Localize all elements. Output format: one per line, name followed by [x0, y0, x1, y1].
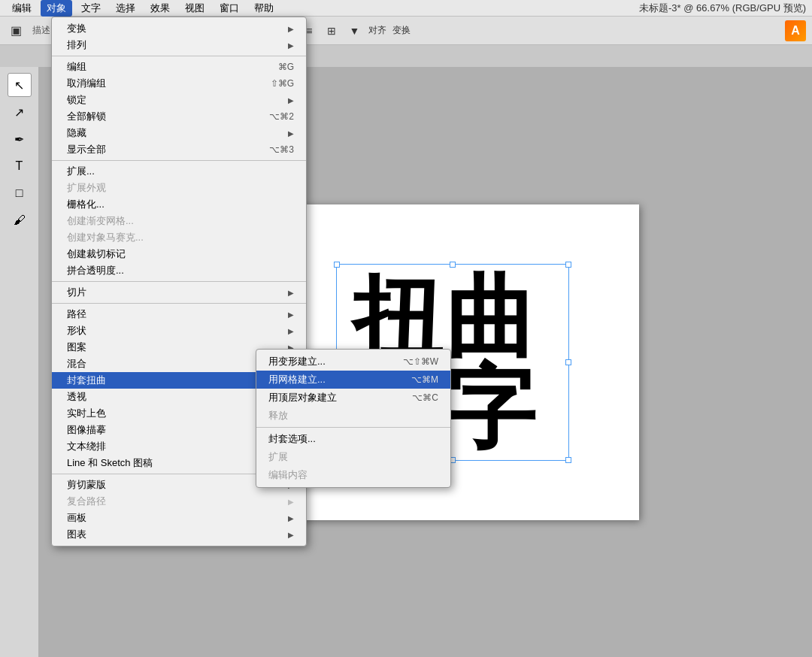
menu-lock-label: 锁定: [67, 93, 86, 107]
expand-icon[interactable]: ▼: [346, 23, 362, 39]
menu-blend-label: 混合: [67, 357, 86, 371]
menu-compound-path-arrow: ▶: [288, 498, 294, 506]
menu-image-trace-label: 图像描摹: [67, 423, 106, 437]
menubar: 编辑 对象 文字 选择 效果 视图 窗口 帮助 未标题-3* @ 66.67% …: [0, 0, 812, 17]
menu-arrange-arrow: ▶: [288, 41, 294, 50]
brush-tool[interactable]: 🖌: [8, 208, 32, 232]
handle-top-left[interactable]: [334, 262, 340, 268]
submenu-make-with-mesh-shortcut: ⌥⌘M: [411, 374, 438, 385]
handle-mid-right[interactable]: [565, 359, 571, 365]
handle-bottom-right[interactable]: [565, 457, 571, 463]
menu-artboard-arrow: ▶: [288, 514, 294, 522]
pen-tool[interactable]: ✒: [8, 127, 32, 151]
submenu-release[interactable]: 释放: [256, 407, 450, 425]
menu-group[interactable]: 编组 ⌘G: [52, 59, 306, 75]
menubar-select[interactable]: 选择: [110, 0, 141, 17]
left-toolbar: ↖ ↗ ✒ T □ 🖌: [0, 67, 39, 657]
menu-shape[interactable]: 形状 ▶: [52, 322, 306, 339]
menu-slice[interactable]: 切片 ▶: [52, 284, 306, 301]
menu-show-all-shortcut: ⌥⌘3: [269, 144, 294, 155]
envelope-distort-submenu: 用变形建立... ⌥⇧⌘W 用网格建立... ⌥⌘M 用顶层对象建立 ⌥⌘C 释…: [256, 349, 451, 488]
menu-path-label: 路径: [67, 307, 86, 321]
submenu-make-with-top-object-shortcut: ⌥⌘C: [412, 392, 438, 403]
submenu-make-with-warp-label: 用变形建立...: [268, 355, 326, 368]
submenu-make-with-top-object-label: 用顶层对象建立: [268, 391, 337, 404]
menubar-text[interactable]: 文字: [75, 0, 107, 17]
menu-gradient-mesh-label: 创建渐变网格...: [67, 214, 134, 228]
menu-expand-label: 扩展...: [67, 165, 95, 178]
select-tool[interactable]: ↖: [8, 73, 32, 97]
menu-flatten-transparency[interactable]: 拼合透明度...: [52, 262, 306, 279]
transform-label: 变换: [392, 24, 411, 37]
text-tool[interactable]: T: [8, 154, 32, 178]
desc-label: 描述: [32, 24, 50, 37]
menu-chart[interactable]: 图表 ▶: [52, 526, 306, 543]
tool-selector-btn[interactable]: ▣: [6, 22, 26, 39]
submenu-make-with-mesh[interactable]: 用网格建立... ⌥⌘M: [256, 371, 450, 389]
menu-expand-appearance[interactable]: 扩展外观: [52, 180, 306, 196]
menu-path-arrow: ▶: [288, 310, 294, 319]
handle-top-mid[interactable]: [450, 262, 456, 268]
menu-transform-arrow: ▶: [288, 25, 294, 33]
submenu-edit-content-label: 编辑内容: [268, 468, 308, 482]
menu-transform-label: 变换: [67, 22, 86, 35]
submenu-make-with-warp[interactable]: 用变形建立... ⌥⇧⌘W: [256, 353, 450, 371]
menu-show-all[interactable]: 显示全部 ⌥⌘3: [52, 141, 306, 158]
menu-ungroup-label: 取消编组: [67, 77, 106, 90]
submenu-make-with-top-object[interactable]: 用顶层对象建立 ⌥⌘C: [256, 389, 450, 407]
shape-tool[interactable]: □: [8, 181, 32, 205]
menubar-view[interactable]: 视图: [179, 0, 211, 17]
menu-compound-path[interactable]: 复合路径 ▶: [52, 493, 306, 510]
menu-rasterize[interactable]: 栅格化...: [52, 196, 306, 213]
title-bar-inline: 未标题-3* @ 66.67% (RGB/GPU 预览): [639, 2, 806, 15]
menu-hide-arrow: ▶: [288, 129, 294, 138]
menubar-edit[interactable]: 编辑: [6, 0, 38, 17]
menubar-help[interactable]: 帮助: [248, 0, 280, 17]
sep-1: [52, 56, 306, 56]
menubar-effect[interactable]: 效果: [144, 0, 176, 17]
menu-crop-marks-label: 创建裁切标记: [67, 247, 126, 261]
menu-hide-label: 隐藏: [67, 126, 86, 140]
align-label: 对齐: [368, 24, 386, 37]
menu-show-all-label: 显示全部: [67, 143, 106, 156]
submenu-make-with-warp-shortcut: ⌥⇧⌘W: [403, 356, 438, 367]
menu-unlock-all-label: 全部解锁: [67, 110, 106, 123]
menu-chart-label: 图表: [67, 528, 86, 541]
menu-path[interactable]: 路径 ▶: [52, 306, 306, 322]
menu-chart-arrow: ▶: [288, 531, 294, 539]
menu-transform[interactable]: 变换 ▶: [52, 20, 306, 37]
menu-expand[interactable]: 扩展...: [52, 163, 306, 180]
submenu-envelope-options[interactable]: 封套选项...: [256, 430, 450, 448]
menu-hide[interactable]: 隐藏 ▶: [52, 125, 306, 141]
direct-select-tool[interactable]: ↗: [8, 100, 32, 124]
menu-shape-arrow: ▶: [288, 327, 294, 335]
submenu-edit-content[interactable]: 编辑内容: [256, 466, 450, 484]
menu-object-mosaic[interactable]: 创建对象马赛克...: [52, 229, 306, 246]
menu-pattern-label: 图案: [67, 341, 86, 354]
menu-object-mosaic-label: 创建对象马赛克...: [67, 231, 144, 244]
sep-3: [52, 281, 306, 282]
menu-crop-marks[interactable]: 创建裁切标记: [52, 246, 306, 262]
handle-top-right[interactable]: [565, 262, 571, 268]
menu-text-wrap-label: 文本绕排: [67, 440, 106, 453]
submenu-envelope-options-label: 封套选项...: [268, 432, 316, 446]
menu-gradient-mesh[interactable]: 创建渐变网格...: [52, 213, 306, 229]
menu-ungroup-shortcut: ⇧⌘G: [271, 78, 294, 89]
menu-unlock-all-shortcut: ⌥⌘2: [269, 111, 294, 122]
menu-artboard[interactable]: 画板 ▶: [52, 510, 306, 526]
menubar-window[interactable]: 窗口: [214, 0, 245, 17]
menu-envelope-distort-label: 封套扭曲: [67, 374, 106, 387]
menu-unlock-all[interactable]: 全部解锁 ⌥⌘2: [52, 108, 306, 125]
sep-4: [52, 303, 306, 304]
menu-ungroup[interactable]: 取消编组 ⇧⌘G: [52, 75, 306, 92]
submenu-make-with-mesh-label: 用网格建立...: [268, 373, 326, 386]
menubar-object[interactable]: 对象: [41, 0, 72, 17]
menu-arrange[interactable]: 排列 ▶: [52, 37, 306, 53]
submenu-expand[interactable]: 扩展: [256, 448, 450, 466]
menu-line-sketch-label: Line 和 Sketch 图稿: [67, 456, 153, 470]
menu-lock-arrow: ▶: [288, 96, 294, 104]
menu-expand-appearance-label: 扩展外观: [67, 181, 106, 195]
text-options-icon[interactable]: ⊞: [323, 23, 340, 39]
menu-slice-arrow: ▶: [288, 289, 294, 297]
menu-lock[interactable]: 锁定 ▶: [52, 92, 306, 108]
